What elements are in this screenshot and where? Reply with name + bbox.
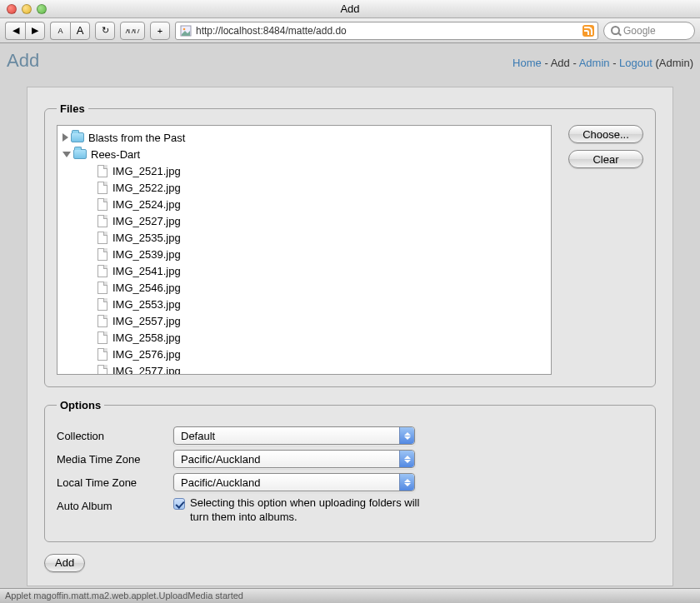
file-label: IMG_2576.jpg <box>112 348 181 361</box>
breadcrumb-user: (Admin) <box>655 57 693 69</box>
file-row[interactable]: IMG_2535.jpg <box>58 229 551 246</box>
file-row[interactable]: IMG_2553.jpg <box>58 296 551 312</box>
breadcrumb-home[interactable]: Home <box>512 57 542 69</box>
folder-row[interactable]: Rees-Dart <box>58 146 551 162</box>
address-bar[interactable]: http://localhost:8484/matte/add.do <box>175 22 598 40</box>
auto-album-description: Selecting this option when uploading fol… <box>190 496 432 525</box>
file-label: IMG_2541.jpg <box>112 265 181 277</box>
file-label: IMG_2535.jpg <box>112 232 181 244</box>
file-tree[interactable]: Blasts from the PastRees-DartIMG_2521.jp… <box>57 125 552 375</box>
file-label: IMG_2553.jpg <box>112 298 181 311</box>
file-row[interactable]: IMG_2539.jpg <box>58 246 551 262</box>
file-icon <box>98 265 108 277</box>
collection-select[interactable]: Default <box>173 426 415 445</box>
file-icon <box>98 248 108 261</box>
folder-row[interactable]: Blasts from the Past <box>58 129 551 146</box>
file-row[interactable]: IMG_2521.jpg <box>58 162 551 179</box>
media-tz-label: Media Time Zone <box>57 450 173 466</box>
file-label: IMG_2557.jpg <box>112 315 181 327</box>
window-titlebar: Add <box>0 0 700 18</box>
files-legend: Files <box>57 102 88 115</box>
add-button[interactable]: Add <box>44 554 85 572</box>
close-window-button[interactable] <box>7 4 17 14</box>
media-tz-value: Pacific/Auckland <box>181 453 260 466</box>
zoom-window-button[interactable] <box>37 4 47 14</box>
auto-album-label: Auto Album <box>57 496 173 512</box>
file-icon <box>98 215 108 227</box>
status-bar: Applet magoffin.matt.ma2.web.applet.Uplo… <box>0 588 700 603</box>
file-icon <box>98 165 108 177</box>
file-row[interactable]: IMG_2527.jpg <box>58 212 551 229</box>
clear-button[interactable]: Clear <box>568 150 643 168</box>
file-label: IMG_2558.jpg <box>112 331 181 344</box>
window-title: Add <box>0 2 700 15</box>
file-row[interactable]: IMG_2558.jpg <box>58 329 551 346</box>
file-label: IMG_2539.jpg <box>112 248 181 261</box>
text-larger-button[interactable]: A <box>70 22 90 40</box>
file-icon <box>98 282 108 294</box>
file-label: IMG_2527.jpg <box>112 215 181 227</box>
rss-icon[interactable] <box>582 25 594 37</box>
search-placeholder: Google <box>623 25 656 37</box>
reload-button[interactable]: ↻ <box>95 22 115 40</box>
breadcrumb-add: Add <box>551 57 570 69</box>
folder-label: Blasts from the Past <box>88 132 185 144</box>
minimize-window-button[interactable] <box>22 4 32 14</box>
chevron-updown-icon <box>399 474 414 491</box>
file-row[interactable]: IMG_2524.jpg <box>58 196 551 212</box>
file-row[interactable]: IMG_2577.jpg <box>58 362 551 375</box>
file-row[interactable]: IMG_2557.jpg <box>58 312 551 329</box>
options-legend: Options <box>57 399 104 411</box>
file-icon <box>98 365 108 376</box>
folder-icon <box>73 149 87 159</box>
options-fieldset: Options Collection Default Media Time Zo… <box>44 399 656 542</box>
file-row[interactable]: IMG_2546.jpg <box>58 279 551 296</box>
local-tz-label: Local Time Zone <box>57 473 173 489</box>
local-tz-select[interactable]: Pacific/Auckland <box>173 473 415 491</box>
favicon-icon <box>179 24 192 37</box>
main-panel: Files Blasts from the PastRees-DartIMG_2… <box>27 87 673 586</box>
text-smaller-button[interactable]: A <box>50 22 70 40</box>
collection-label: Collection <box>57 426 173 442</box>
add-bookmark-button[interactable]: + <box>150 22 170 40</box>
file-row[interactable]: IMG_2522.jpg <box>58 179 551 196</box>
svg-point-1 <box>183 27 186 30</box>
folder-icon <box>71 132 84 142</box>
disclosure-open-icon[interactable] <box>62 152 71 157</box>
browser-toolbar: ◀ ▶ A A ↻ + http://localhost:8484/matte/… <box>0 18 700 43</box>
collection-value: Default <box>181 430 215 442</box>
search-icon <box>611 26 620 35</box>
file-label: IMG_2577.jpg <box>112 365 181 376</box>
bookmarks-button[interactable] <box>120 22 145 40</box>
auto-album-checkbox[interactable] <box>173 498 185 510</box>
back-button[interactable]: ◀ <box>5 22 25 40</box>
file-icon <box>98 298 108 311</box>
file-icon <box>98 198 108 211</box>
forward-button[interactable]: ▶ <box>25 22 45 40</box>
local-tz-value: Pacific/Auckland <box>181 476 260 489</box>
choose-button[interactable]: Choose... <box>568 125 643 143</box>
breadcrumb-admin[interactable]: Admin <box>579 57 610 69</box>
file-label: IMG_2521.jpg <box>112 165 181 177</box>
files-fieldset: Files Blasts from the PastRees-DartIMG_2… <box>44 102 656 387</box>
file-label: IMG_2522.jpg <box>112 182 181 194</box>
file-label: IMG_2546.jpg <box>112 282 181 294</box>
file-icon <box>98 232 108 244</box>
file-icon <box>98 315 108 327</box>
status-text: Applet magoffin.matt.ma2.web.applet.Uplo… <box>5 591 243 601</box>
breadcrumb: Home - Add - Admin - Logout (Admin) <box>512 57 693 69</box>
file-icon <box>98 182 108 194</box>
file-row[interactable]: IMG_2541.jpg <box>58 262 551 279</box>
chevron-updown-icon <box>399 451 414 467</box>
search-field[interactable]: Google <box>603 22 695 40</box>
disclosure-closed-icon[interactable] <box>62 133 68 142</box>
breadcrumb-logout[interactable]: Logout <box>619 57 652 69</box>
file-label: IMG_2524.jpg <box>112 198 181 211</box>
media-tz-select[interactable]: Pacific/Auckland <box>173 450 415 468</box>
url-text: http://localhost:8484/matte/add.do <box>196 25 579 37</box>
page-title: Add <box>7 50 39 72</box>
file-icon <box>98 331 108 344</box>
file-icon <box>98 348 108 361</box>
file-row[interactable]: IMG_2576.jpg <box>58 346 551 362</box>
folder-label: Rees-Dart <box>91 148 140 161</box>
